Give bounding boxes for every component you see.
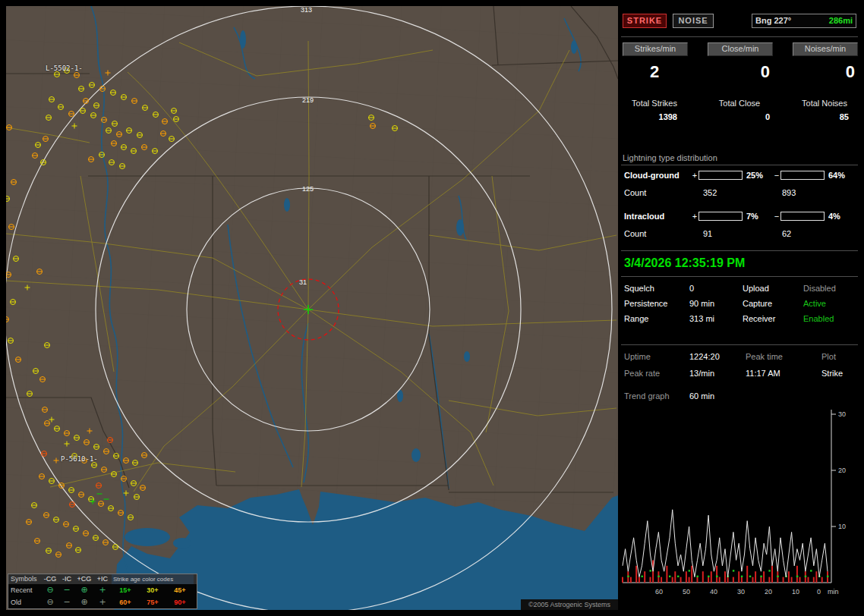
trend-graph: 30 20 10 60 50 40 30 20 10 0 min — [621, 407, 858, 610]
close-per-min-value: 0 — [708, 62, 770, 83]
intracloud-row: Intracloud + 7% − 4% — [624, 211, 856, 222]
divider — [621, 344, 858, 345]
bearing-distance: 286mi — [829, 14, 853, 27]
bearing-display: Bng 227° 286mi — [752, 14, 856, 28]
x-tick-40: 40 — [710, 588, 717, 596]
ring-label: 219 — [302, 96, 314, 104]
lightning-map[interactable]: 31321912531L-5502-1-P-5610-1- Symbols -C… — [6, 6, 618, 610]
uptime-row: Uptime 1224:20 Peak time Plot — [624, 352, 856, 361]
x-tick-30: 30 — [737, 588, 745, 596]
storm-tracker-label: L-5502-1- — [46, 64, 83, 72]
age-60: 60+ — [112, 596, 139, 608]
plus-icon: + — [93, 584, 112, 596]
age-30: 30+ — [139, 584, 166, 596]
total-noises-label: Total Noises — [793, 99, 856, 108]
plus-icon: + — [93, 596, 112, 608]
status-row: Range 313 mi Receiver Enabled — [624, 314, 856, 323]
ring-label: 125 — [302, 185, 314, 193]
trend-graph-label: Trend graph — [624, 391, 689, 401]
strike-indicator-button[interactable]: STRIKE — [623, 14, 667, 28]
cg-minus-bar — [780, 171, 825, 180]
close-per-min-button[interactable]: Close/min — [708, 42, 773, 56]
total-strikes-value: 1398 — [623, 112, 677, 121]
map-legend: Symbols -CG -IC +CG +IC Strike age color… — [8, 574, 197, 609]
x-tick-10: 10 — [792, 588, 799, 596]
status-row: Persistence 90 min Capture Active — [624, 299, 856, 308]
x-tick-20: 20 — [765, 588, 772, 596]
divider — [621, 276, 858, 277]
trend-range-value: 60 min — [689, 391, 746, 401]
total-close-label: Total Close — [708, 99, 771, 108]
status-panel: STRIKE NOISE Bng 227° 286mi Strikes/min … — [621, 6, 858, 610]
minus-sign: − — [773, 171, 780, 180]
circle-plus-icon: ⊕ — [75, 584, 93, 596]
ic-minus-bar — [780, 212, 825, 221]
bearing-label: Bng 227° — [755, 14, 791, 27]
legend-col-ncg: -CG — [42, 574, 58, 584]
squelch-label: Squelch — [624, 284, 689, 293]
plus-sign: + — [691, 212, 698, 221]
ic-plus-count: 91 — [703, 229, 712, 238]
y-tick-10: 10 — [838, 523, 846, 530]
intracloud-label: Intracloud — [624, 212, 691, 221]
count-label: Count — [624, 188, 646, 197]
legend-symbols-header: Symbols — [8, 574, 42, 584]
x-tick-60: 60 — [655, 588, 663, 596]
range-value: 313 mi — [689, 314, 743, 323]
strikes-per-min-value: 2 — [623, 62, 686, 83]
noise-indicator-button[interactable]: NOISE — [673, 14, 714, 28]
app-window: { "map": { "ring_labels": [ {"text": "31… — [0, 0, 864, 616]
total-noises-value: 85 — [793, 112, 849, 121]
plot-label: Plot — [821, 352, 856, 361]
legend-col-pic: +IC — [93, 574, 112, 584]
status-row: Squelch 0 Upload Disabled — [624, 284, 856, 293]
plot-value: Strike — [821, 369, 856, 378]
divider — [621, 36, 858, 37]
trend-series — [622, 510, 828, 583]
uptime-value: 1224:20 — [689, 352, 746, 361]
distribution-title: Lightning type distribution — [623, 153, 717, 162]
copyright-notice: ©2005 Astrogenic Systems — [521, 599, 618, 610]
ring-label: 31 — [299, 278, 307, 286]
age-45: 45+ — [166, 584, 194, 596]
persistence-value: 90 min — [689, 299, 743, 308]
x-unit-label: min — [828, 588, 839, 596]
x-tick-50: 50 — [683, 588, 690, 596]
cloud-ground-label: Cloud-ground — [624, 171, 691, 180]
current-datetime: 3/4/2026 12:35:19 PM — [624, 256, 745, 270]
storm-tracker-label: P-5610-1- — [61, 455, 98, 463]
noises-per-min-button[interactable]: Noises/min — [793, 42, 858, 56]
circle-minus-icon: ⊖ — [42, 596, 58, 608]
peak-rate-label: Peak rate — [624, 369, 689, 378]
total-close-value: 0 — [708, 112, 770, 121]
y-tick-30: 30 — [838, 410, 846, 418]
trend-row: Trend graph 60 min — [624, 391, 856, 401]
range-label: Range — [624, 314, 689, 323]
cg-minus-count: 893 — [782, 188, 796, 197]
divider — [621, 250, 858, 251]
x-tick-0: 0 — [817, 588, 821, 596]
receiver-status: Enabled — [803, 314, 856, 323]
receiver-label: Receiver — [743, 314, 803, 323]
age-15: 15+ — [112, 584, 139, 596]
capture-label: Capture — [743, 299, 803, 308]
total-strikes-label: Total Strikes — [623, 99, 686, 108]
minus-icon: − — [58, 596, 75, 608]
legend-recent-label: Recent — [8, 584, 42, 596]
uptime-label: Uptime — [624, 352, 689, 361]
peak-time-label: Peak time — [746, 352, 821, 361]
squelch-value: 0 — [689, 284, 743, 293]
peak-rate-row: Peak rate 13/min 11:17 AM Strike — [624, 369, 856, 378]
strikes-per-min-button[interactable]: Strikes/min — [623, 42, 688, 56]
legend-age-header: Strike age color codes — [112, 574, 194, 584]
circle-plus-icon: ⊕ — [75, 596, 93, 608]
circle-minus-icon: ⊖ — [42, 584, 58, 596]
peak-time-value: 11:17 AM — [746, 369, 821, 378]
peak-rate-value: 13/min — [689, 369, 746, 378]
cg-plus-count: 352 — [703, 188, 717, 197]
ring-label: 313 — [301, 6, 312, 14]
cg-plus-pct: 25% — [743, 171, 773, 180]
count-label: Count — [624, 229, 646, 238]
upload-label: Upload — [743, 284, 803, 293]
y-tick-20: 20 — [838, 467, 846, 474]
